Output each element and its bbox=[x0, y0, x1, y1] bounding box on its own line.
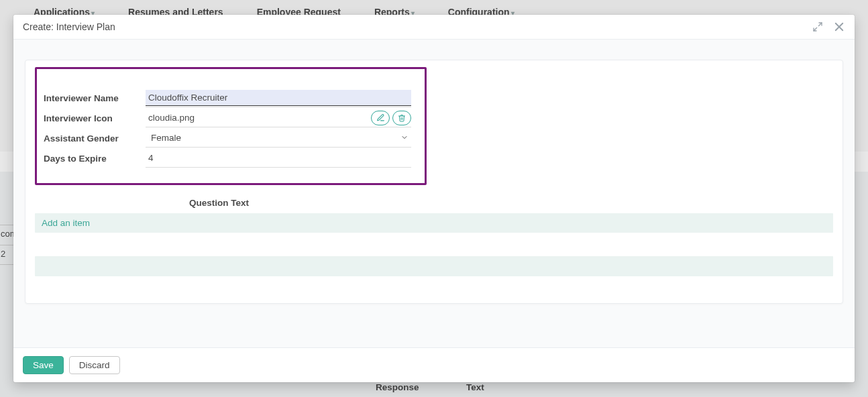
modal-header: Create: Interview Plan bbox=[13, 15, 855, 40]
column-header-question-text: Question Text bbox=[189, 198, 249, 208]
questions-list: Question Text Add an item bbox=[35, 195, 833, 276]
modal-header-actions bbox=[812, 21, 845, 33]
edit-file-button[interactable] bbox=[371, 111, 390, 125]
create-interview-plan-modal: Create: Interview Plan Interviewer Name bbox=[13, 15, 855, 382]
field-label: Days to Expire bbox=[44, 154, 146, 164]
days-to-expire-input[interactable] bbox=[146, 150, 411, 166]
field-control: cloudia.png bbox=[146, 109, 411, 127]
add-item-row[interactable]: Add an item bbox=[35, 213, 833, 233]
field-label: Interviewer Icon bbox=[44, 113, 146, 123]
modal-title: Create: Interview Plan bbox=[23, 21, 115, 32]
questions-header: Question Text bbox=[35, 195, 833, 211]
expand-icon[interactable] bbox=[812, 21, 824, 33]
modal-body: Interviewer Name Interviewer Icon cloudi… bbox=[13, 40, 855, 347]
field-days-to-expire: Days to Expire bbox=[44, 148, 411, 168]
close-icon[interactable] bbox=[833, 21, 845, 33]
empty-row bbox=[35, 256, 833, 276]
highlighted-fields-group: Interviewer Name Interviewer Icon cloudi… bbox=[35, 67, 427, 185]
trash-icon bbox=[398, 114, 406, 122]
assistant-gender-select-wrap: Female bbox=[146, 130, 411, 146]
form-sheet: Interviewer Name Interviewer Icon cloudi… bbox=[25, 60, 843, 304]
field-control: Female bbox=[146, 129, 411, 148]
interviewer-icon-filename: cloudia.png bbox=[146, 110, 368, 125]
save-button[interactable]: Save bbox=[23, 356, 64, 375]
field-control bbox=[146, 149, 411, 168]
field-assistant-gender: Assistant Gender Female bbox=[44, 128, 411, 148]
field-control bbox=[146, 89, 411, 107]
modal-footer: Save Discard bbox=[13, 347, 855, 383]
svg-line-0 bbox=[818, 23, 822, 26]
field-label: Assistant Gender bbox=[44, 133, 146, 144]
interviewer-name-input[interactable] bbox=[146, 90, 411, 106]
pencil-icon bbox=[376, 113, 385, 122]
field-label: Interviewer Name bbox=[44, 93, 146, 103]
add-item-label: Add an item bbox=[42, 218, 90, 228]
field-interviewer-icon: Interviewer Icon cloudia.png bbox=[44, 108, 411, 128]
delete-file-button[interactable] bbox=[392, 111, 411, 125]
file-actions bbox=[368, 111, 411, 125]
assistant-gender-select[interactable]: Female bbox=[146, 130, 411, 146]
discard-button[interactable]: Discard bbox=[69, 356, 120, 375]
field-interviewer-name: Interviewer Name bbox=[44, 88, 411, 108]
svg-line-1 bbox=[814, 27, 817, 31]
